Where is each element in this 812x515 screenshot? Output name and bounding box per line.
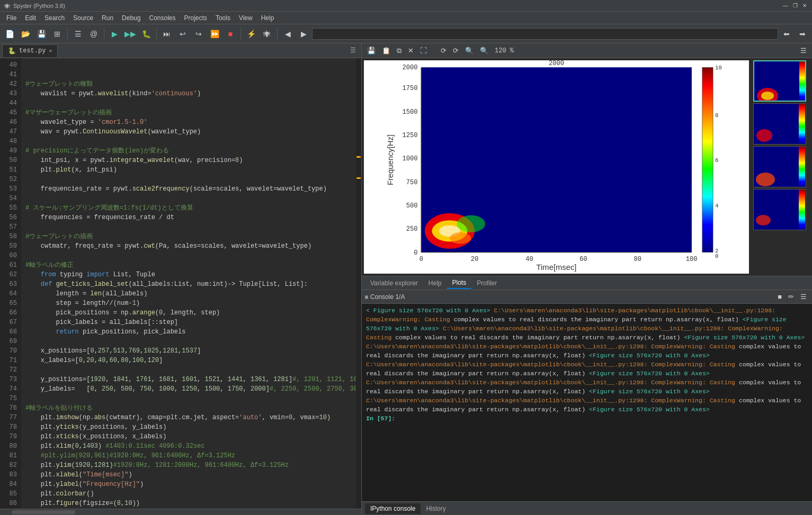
svg-point-6	[450, 232, 471, 243]
right-panel: 💾 📋 ⧉ ✕ ⛶ ⟳ ⟳ 🔍 🔍 120 % ☰	[362, 43, 812, 515]
plot-copy2-button[interactable]: ⧉	[395, 46, 404, 56]
menu-edit[interactable]: Edit	[21, 13, 40, 23]
bottom-section: Variable explorer Help Plots Profiler ▣ …	[362, 276, 812, 515]
svg-point-45	[756, 215, 771, 225]
step-out-button[interactable]: ↪	[191, 26, 206, 41]
plot-save-button[interactable]: 💾	[365, 46, 378, 56]
editor-wrapper: 4041424344 4546474849 5051525354 5556575…	[0, 58, 361, 515]
svg-text:750: 750	[406, 179, 418, 186]
plot-copy-button[interactable]: 📋	[380, 46, 392, 56]
new-file-button[interactable]: 📄	[2, 26, 17, 41]
console-line-22: C:\Users\maren\anaconda3\lib\site-packag…	[366, 397, 735, 404]
back-button[interactable]: ◀	[280, 26, 295, 41]
save-file-button[interactable]: 💾	[34, 26, 49, 41]
console-stop-button[interactable]: ■	[775, 292, 784, 302]
menu-search[interactable]: Search	[40, 13, 69, 23]
plot-thumb-1[interactable]	[753, 60, 806, 102]
main-layout: 🐍 test.py ✕ ☰ 4041424344 4546474849 5051…	[0, 43, 812, 515]
console-edit-button[interactable]: ✏	[786, 292, 796, 302]
svg-text:60: 60	[579, 256, 587, 263]
cell-run-button[interactable]: ⚡	[244, 26, 258, 41]
stop-button[interactable]: ■	[223, 26, 238, 41]
maximize-button[interactable]: ❐	[792, 3, 798, 9]
save-all-button[interactable]: ⊞	[50, 26, 65, 41]
toolbar-sep-5	[277, 28, 278, 40]
svg-text:1750: 1750	[403, 85, 418, 92]
svg-text:250: 250	[406, 225, 418, 233]
editor-tab-menu[interactable]: ☰	[347, 46, 359, 56]
list-button[interactable]: ☰	[70, 26, 85, 41]
debug-button[interactable]: 🐛	[139, 26, 154, 41]
svg-text:8: 8	[715, 112, 718, 119]
console-menu-button[interactable]: ☰	[798, 292, 809, 302]
svg-rect-40	[799, 104, 805, 144]
menu-debug[interactable]: Debug	[118, 13, 145, 23]
at-button[interactable]: @	[86, 26, 101, 41]
close-button[interactable]: ✕	[801, 3, 808, 9]
address-bar[interactable]	[312, 28, 778, 40]
plot-zoom-in-button[interactable]: ⟳	[439, 46, 449, 56]
tab-plots[interactable]: Plots	[447, 277, 472, 289]
console-content[interactable]: < Figure size 576x720 with 0 Axes> C:\Us…	[362, 304, 812, 501]
menu-help[interactable]: Help	[257, 13, 279, 23]
code-content[interactable]: #ウェーブレットの種類 wavlist = pywt.wavelist(kind…	[21, 58, 356, 509]
console-tab-history[interactable]: History	[421, 503, 451, 514]
scroll-thumb[interactable]	[12, 510, 75, 514]
step-over-button[interactable]: ⏭	[159, 26, 174, 41]
toolbar-send-right[interactable]: ➡	[795, 26, 810, 41]
menu-tools[interactable]: Tools	[211, 13, 235, 23]
svg-text:2000: 2000	[403, 64, 418, 71]
editor-tabs: 🐍 test.py ✕ ☰	[0, 43, 361, 58]
menu-run[interactable]: Run	[97, 13, 118, 23]
tab-close-icon[interactable]: ✕	[49, 48, 52, 54]
plot-fullscreen-button[interactable]: ⛶	[418, 46, 429, 56]
menu-projects[interactable]: Projects	[180, 13, 211, 23]
menu-source[interactable]: Source	[69, 13, 97, 23]
run-file-button[interactable]: ▶▶	[123, 26, 138, 41]
plot-zoom-plus[interactable]: 🔍	[478, 46, 490, 56]
toolbar-sep-2	[104, 28, 104, 40]
console-line-16: return np.asarray(x, float)	[487, 370, 585, 377]
plot-thumb-4[interactable]	[753, 189, 806, 230]
svg-point-39	[756, 129, 772, 142]
console-line-17: <Figure size 576x720 with 0 Axes>	[589, 370, 710, 377]
toolbar-send-left[interactable]: ⬅	[779, 26, 794, 41]
tab-help[interactable]: Help	[423, 278, 447, 288]
console-panel-icon: ▣	[365, 294, 368, 300]
minimize-button[interactable]: —	[782, 3, 789, 9]
console-line-13: <Figure size 576x720 with 0 Axes>	[589, 352, 710, 359]
plot-zoom-out-button[interactable]: ⟳	[451, 46, 461, 56]
continue-button[interactable]: ⏩	[207, 26, 222, 41]
plot-zoom-minus[interactable]: 🔍	[463, 46, 476, 56]
plot-close-button[interactable]: ✕	[406, 46, 416, 56]
horizontal-scrollbar[interactable]	[0, 509, 361, 515]
svg-text:2000: 2000	[549, 60, 564, 67]
console-tab-ipython[interactable]: IPython console	[365, 503, 421, 514]
editor-tab-testpy[interactable]: 🐍 test.py ✕	[2, 44, 58, 57]
console-title: Console 1/A	[370, 293, 405, 301]
svg-point-42	[756, 173, 775, 186]
svg-text:4: 4	[715, 203, 718, 209]
step-into-button[interactable]: ↩	[175, 26, 190, 41]
menu-file[interactable]: File	[2, 13, 21, 23]
window-title: Spyder (Python 3.8)	[13, 3, 65, 9]
plot-thumb-2[interactable]	[753, 103, 806, 144]
tab-profiler[interactable]: Profiler	[471, 278, 502, 288]
menu-consoles[interactable]: Consoles	[145, 13, 180, 23]
forward-button[interactable]: ▶	[296, 26, 311, 41]
svg-text:1500: 1500	[403, 109, 418, 116]
menu-view[interactable]: View	[235, 13, 257, 23]
console-line-18: C:\Users\maren\anaconda3\lib\site-packag…	[366, 379, 735, 386]
tab-file-icon: 🐍	[8, 47, 16, 55]
console-line-20: return np.asarray(x, float)	[487, 388, 585, 395]
svg-text:100: 100	[686, 256, 698, 263]
tab-variable-explorer[interactable]: Variable explorer	[365, 278, 423, 288]
run-button[interactable]: ▶	[107, 26, 122, 41]
plot-thumb-3[interactable]	[753, 146, 806, 187]
spyder-button[interactable]: 🕷	[260, 26, 274, 41]
svg-text:20: 20	[471, 256, 479, 263]
svg-text:Frequency[Hz]: Frequency[Hz]	[386, 134, 395, 185]
console-tabs: IPython console History	[362, 501, 812, 515]
open-file-button[interactable]: 📂	[18, 26, 33, 41]
plot-menu-button[interactable]: ☰	[798, 46, 809, 56]
